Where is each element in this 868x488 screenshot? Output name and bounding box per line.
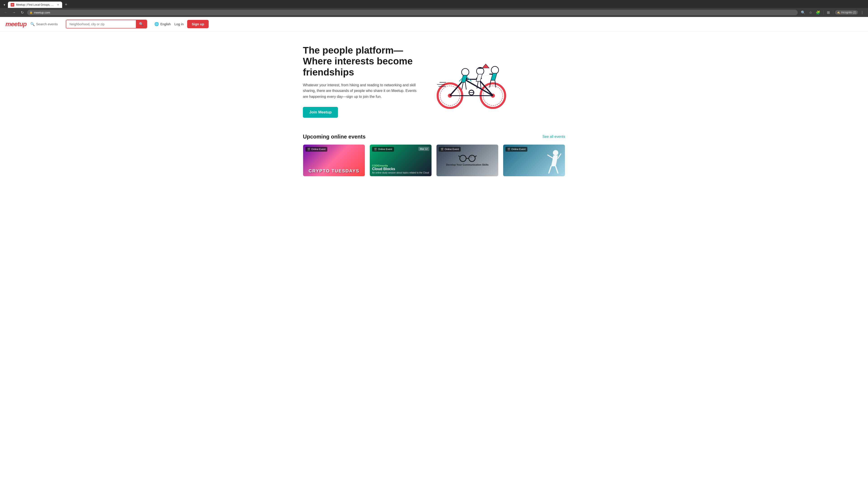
location-bar: 🔍 [66,20,147,29]
hero-description: Whatever your interest, from hiking and … [303,82,421,100]
badge-label-2: Online Event [378,148,392,151]
incognito-icon: 🕵 [837,11,840,14]
tab-title: Meetup | Find Local Groups, Ev... [16,3,55,6]
tab-bar: ▾ m Meetup | Find Local Groups, Ev... × … [0,0,868,8]
signup-button[interactable]: Sign up [187,20,209,28]
card-2-date: Mar 12 [418,147,429,151]
section-header: Upcoming online events See all events [303,133,565,140]
back-button[interactable]: ← [3,9,9,15]
search-events-label: Search events [36,22,58,26]
bookmark-button[interactable]: ☆ [808,9,813,15]
login-button[interactable]: Log in [174,22,184,26]
section-title: Upcoming online events [303,133,366,140]
url-input[interactable] [27,10,798,15]
events-grid: 🎬 Online Event CRYPTO TUESDAYS 🎬 Onlin [303,144,565,176]
svg-line-26 [482,75,491,76]
svg-line-42 [548,155,553,158]
svg-line-40 [549,166,551,173]
globe-icon: 🌐 [154,22,159,26]
svg-point-27 [491,66,499,74]
svg-point-38 [470,156,472,158]
location-search-button[interactable]: 🔍 [136,20,147,28]
incognito-badge: 🕵 Incognito (2) [835,10,858,15]
event-badge-1: 🎬 Online Event [305,147,327,152]
card-3-title: Develop Your Communication Skills [444,163,491,166]
svg-line-41 [556,166,558,173]
tab-favicon: m [11,3,14,6]
svg-line-29 [495,80,496,88]
svg-line-43 [558,154,561,158]
person-silhouette [543,148,561,175]
incognito-label: Incognito (2) [841,11,856,14]
tab-close-button[interactable]: × [57,3,59,6]
svg-line-36 [458,156,460,157]
address-bar: ← → ↻ 🔒 🔍 ☆ 🧩 ⊞ 🕵 Incognito (2) ⋮ [0,8,868,17]
toolbar-divider [824,10,824,15]
nav-right: 🌐 English Log in Sign up [154,20,209,28]
svg-point-33 [460,155,466,162]
svg-line-7 [464,79,493,96]
find-button[interactable]: 🔍 [800,9,807,15]
svg-point-39 [553,150,558,156]
lock-icon: 🔒 [29,11,33,14]
logo[interactable]: meetup [5,21,27,28]
card-2-title: Cloud Blocks [372,167,429,171]
new-tab-button[interactable]: + [63,1,69,8]
badge-label-1: Online Event [311,148,326,151]
hero-title: The people platform—Where interests beco… [303,45,421,78]
toolbar-divider-2 [833,10,833,15]
hero-section: The people platform—Where interests beco… [289,31,579,127]
search-events-wrapper[interactable]: 🔍 Search events [30,22,58,26]
svg-line-18 [462,82,463,90]
website: meetup 🔍 Search events 🔍 🌐 English Log i… [0,17,868,183]
glasses-icon [458,155,476,162]
svg-marker-23 [482,64,489,68]
join-meetup-button[interactable]: Join Meetup [303,107,338,118]
toolbar-right: 🔍 ☆ 🧩 ⊞ 🕵 Incognito (2) ⋮ [800,9,865,15]
svg-line-19 [465,82,466,90]
event-card-2[interactable]: 🎬 Online Event CODE/manila Cloud Blocks … [370,144,432,176]
card-2-group: CODE/manila [372,164,429,167]
language-label: English [160,22,170,26]
event-card-image-3: 🎬 Online Event [436,144,498,176]
card-1-title: CRYPTO TUESDAYS [309,168,360,173]
see-all-events-link[interactable]: See all events [542,135,565,139]
forward-button[interactable]: → [11,9,17,15]
event-card-4[interactable]: 🎬 Online Event [503,144,565,176]
active-tab[interactable]: m Meetup | Find Local Groups, Ev... × [8,2,62,8]
video-icon-1: 🎬 [307,148,310,151]
tab-switcher-button[interactable]: ▾ [2,2,7,7]
video-icon-2: 🎬 [374,148,377,151]
reload-button[interactable]: ↻ [19,9,25,15]
event-badge-2: 🎬 Online Event [372,147,394,152]
card-2-subtitle: An online study session about topics rel… [372,171,429,174]
extensions-button[interactable]: 🧩 [814,9,822,15]
svg-point-17 [462,68,469,76]
site-nav: meetup 🔍 Search events 🔍 🌐 English Log i… [0,17,868,31]
event-card-1[interactable]: 🎬 Online Event CRYPTO TUESDAYS [303,144,365,176]
tandem-bike-svg [430,50,515,113]
search-icon: 🔍 [30,22,35,26]
split-view-button[interactable]: ⊞ [826,9,831,15]
svg-line-37 [475,156,476,157]
url-bar-wrapper: 🔒 [27,10,798,15]
svg-point-34 [469,155,475,162]
menu-button[interactable]: ⋮ [859,9,865,15]
hero-text: The people platform—Where interests beco… [303,45,421,118]
badge-label-3: Online Event [445,148,459,151]
video-icon-3: 🎬 [440,148,444,151]
event-card-image-1: 🎬 Online Event CRYPTO TUESDAYS [303,144,365,176]
browser-chrome: ▾ m Meetup | Find Local Groups, Ev... × … [0,0,868,17]
event-card-image-2: 🎬 Online Event CODE/manila Cloud Blocks … [370,144,432,176]
language-button[interactable]: 🌐 English [154,22,170,26]
event-card-3[interactable]: 🎬 Online Event [436,144,498,176]
location-input[interactable] [66,21,136,28]
logo-text: meetup [5,21,27,28]
event-card-image-4: 🎬 Online Event [503,144,565,176]
event-badge-3: 🎬 Online Event [439,147,461,152]
upcoming-events-section: Upcoming online events See all events 🎬 … [289,127,579,183]
hero-illustration [430,50,515,113]
